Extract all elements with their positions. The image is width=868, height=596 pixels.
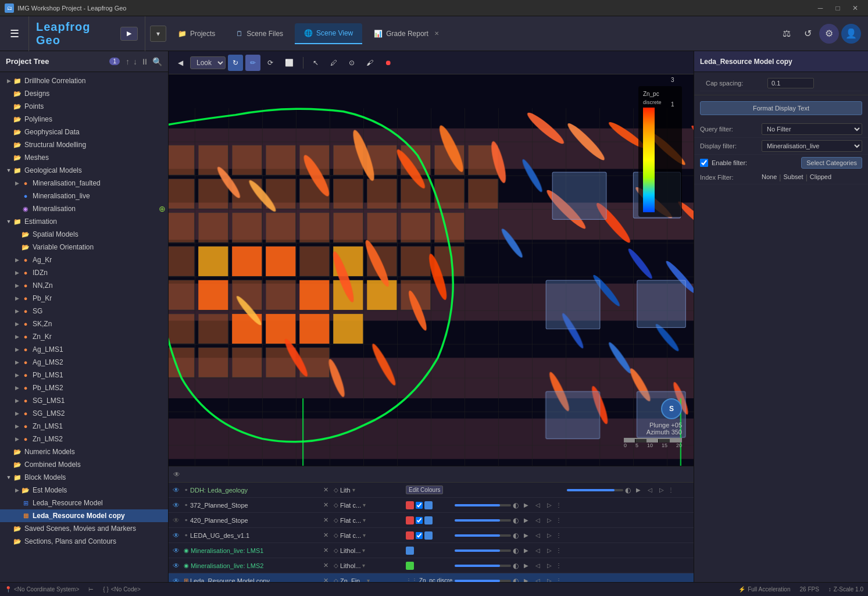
- tree-item-ag-lms2[interactable]: ▶ ● Ag_LMS2: [0, 356, 168, 369]
- prev-420[interactable]: ◁: [533, 515, 543, 526]
- prev-ddh[interactable]: ◁: [645, 485, 655, 495]
- tree-arrow-pb-lms1[interactable]: ▶: [13, 371, 21, 379]
- prev-372[interactable]: ◁: [533, 500, 543, 511]
- tab-grade-report[interactable]: 📊 Grade Report ✕: [365, 23, 448, 44]
- tree-arrow-geological[interactable]: ▼: [5, 166, 13, 174]
- tree-item-saved-scenes[interactable]: ▶ 📂 Saved Scenes, Movies and Markers: [0, 522, 168, 535]
- grade-report-close[interactable]: ✕: [434, 30, 439, 37]
- play-leda-copy[interactable]: ▶: [521, 576, 531, 583]
- scene-close-min-lms1[interactable]: ✕: [320, 547, 331, 554]
- box-tool-button[interactable]: ⬜: [280, 55, 298, 71]
- tree-item-spatial-models[interactable]: ▶ 📂 Spatial Models: [0, 228, 168, 241]
- tree-item-polylines[interactable]: ▶ 📂 Polylines: [0, 113, 168, 126]
- eye-leda-copy[interactable]: 👁: [171, 577, 181, 583]
- lasso-tool-button[interactable]: ⊙: [344, 55, 359, 71]
- tree-arrow-zn-lms1[interactable]: ▶: [13, 422, 21, 430]
- tree-item-numeric-models[interactable]: ▶ 📂 Numeric Models: [0, 445, 168, 458]
- tree-arrow-est-models[interactable]: ▶: [13, 486, 21, 494]
- color-checkbox-372[interactable]: [416, 502, 423, 509]
- tree-item-geophysical-data[interactable]: ▶ 📂 Geophysical Data: [0, 126, 168, 138]
- next-420[interactable]: ▷: [544, 515, 555, 526]
- more-ddh[interactable]: ⋮: [668, 487, 674, 493]
- tree-item-leda-resource-model[interactable]: ▶ ⊞ Leda_Resource Model: [0, 497, 168, 509]
- tree-arrow-ag-lms2[interactable]: ▶: [13, 358, 21, 366]
- type-arrow-min-lms2[interactable]: ▾: [362, 562, 365, 569]
- next-min-lms2[interactable]: ▷: [544, 561, 555, 571]
- select-tool-button[interactable]: ↖: [308, 55, 323, 71]
- viewport-back-button[interactable]: ◀: [173, 55, 188, 71]
- tree-item-sg-lms2[interactable]: ▶ ● SG_LMS2: [0, 407, 168, 420]
- eye-leda-ug[interactable]: 👁: [171, 531, 181, 540]
- tree-item-pb-kr[interactable]: ▶ ● Pb_Kr: [0, 292, 168, 305]
- eye-372[interactable]: 👁: [171, 501, 181, 509]
- record-tool-button[interactable]: ⏺: [380, 55, 397, 71]
- tree-arrow-drillhole[interactable]: ▶: [5, 77, 13, 85]
- tab-dropdown-button[interactable]: ▾: [150, 26, 166, 42]
- tree-item-pb-lms1[interactable]: ▶ ● Pb_LMS1: [0, 369, 168, 381]
- tree-item-mineralisation[interactable]: ▶ ◉ Mineralisation ⊕: [0, 202, 168, 215]
- play-button[interactable]: ▶: [120, 27, 138, 41]
- format-display-text-button[interactable]: Format Display Text: [700, 101, 862, 115]
- eye-min-lms2[interactable]: 👁: [171, 562, 181, 570]
- type-arrow-ddh[interactable]: ▾: [352, 487, 355, 493]
- eye-ddh[interactable]: 👁: [171, 486, 181, 494]
- tree-item-meshes[interactable]: ▶ 📂 Meshes: [0, 151, 168, 164]
- tree-item-skzn[interactable]: ▶ ● SK,Zn: [0, 317, 168, 330]
- play-min-lms1[interactable]: ▶: [521, 545, 531, 556]
- edit-colors-button-ddh[interactable]: Edit Colours: [406, 486, 443, 494]
- tree-arrow-min-faulted[interactable]: ▶: [13, 179, 21, 187]
- tree-item-estimation[interactable]: ▼ 📁 Estimation: [0, 215, 168, 228]
- cap-spacing-input[interactable]: [767, 78, 814, 88]
- user-button[interactable]: 👤: [841, 24, 861, 44]
- prev-min-lms2[interactable]: ◁: [533, 561, 543, 571]
- paint-tool-button[interactable]: 🖌: [362, 55, 378, 71]
- tree-item-ag-kr[interactable]: ▶ ● Ag_Kr: [0, 254, 168, 266]
- transform-tool-button[interactable]: ⟳: [263, 55, 278, 71]
- opacity-slider-leda-copy[interactable]: [455, 580, 511, 582]
- opacity-slider-ddh[interactable]: [567, 489, 623, 491]
- color-checkbox-leda-ug[interactable]: [416, 532, 423, 539]
- opacity-slider-372[interactable]: [455, 504, 511, 506]
- tree-item-zn-lms1[interactable]: ▶ ● Zn_LMS1: [0, 420, 168, 433]
- prev-min-lms1[interactable]: ◁: [533, 545, 543, 556]
- eye-420[interactable]: 👁: [171, 516, 181, 524]
- sidebar-up-button[interactable]: ↑: [126, 57, 130, 66]
- tree-arrow-sg-lms2[interactable]: ▶: [13, 409, 21, 417]
- maximize-button[interactable]: □: [830, 0, 846, 16]
- tree-item-sg[interactable]: ▶ ● SG: [0, 305, 168, 317]
- type-arrow-min-lms1[interactable]: ▾: [362, 547, 365, 554]
- tree-item-points[interactable]: ▶ 📂 Points: [0, 100, 168, 113]
- type-arrow-372[interactable]: ▾: [363, 502, 366, 508]
- tree-item-mineralisation-live[interactable]: ▶ ● Mineralisation_live: [0, 190, 168, 202]
- eye-min-lms1[interactable]: 👁: [171, 547, 181, 555]
- tree-item-ag-lms1[interactable]: ▶ ● Ag_LMS1: [0, 343, 168, 356]
- tree-item-variable-orientation[interactable]: ▶ 📂 Variable Orientation: [0, 241, 168, 254]
- tree-item-est-models[interactable]: ▶ 📂 Est Models: [0, 484, 168, 497]
- prev-leda-ug[interactable]: ◁: [533, 530, 543, 541]
- type-arrow-leda-copy[interactable]: ▾: [367, 577, 370, 582]
- hamburger-button[interactable]: ☰: [0, 16, 29, 51]
- scene-close-min-lms2[interactable]: ✕: [320, 562, 331, 569]
- tree-item-block-models[interactable]: ▼ 📁 Block Models: [0, 471, 168, 484]
- tree-item-sections-plans[interactable]: ▶ 📂 Sections, Plans and Contours: [0, 535, 168, 548]
- tree-item-zn-kr[interactable]: ▶ ● Zn_Kr: [0, 330, 168, 343]
- pencil-tool-button[interactable]: 🖊: [326, 55, 342, 71]
- opacity-slider-420[interactable]: [455, 519, 511, 522]
- next-ddh[interactable]: ▷: [656, 485, 667, 495]
- sidebar-search-button[interactable]: 🔍: [152, 57, 162, 66]
- more-min-lms2[interactable]: ⋮: [556, 562, 562, 569]
- display-filter-select[interactable]: Mineralisation_live: [762, 140, 862, 152]
- opacity-slider-leda-ug[interactable]: [455, 534, 511, 537]
- opacity-slider-min-lms1[interactable]: [455, 549, 511, 552]
- scene-3d[interactable]: Zn_pc discrete 15 10 5 3 1: [169, 74, 694, 466]
- sidebar-down-button[interactable]: ↓: [133, 57, 137, 66]
- next-min-lms1[interactable]: ▷: [544, 545, 555, 556]
- next-372[interactable]: ▷: [544, 500, 555, 511]
- type-arrow-leda-ug[interactable]: ▾: [363, 532, 366, 538]
- tree-item-structural-modelling[interactable]: ▶ 📂 Structural Modelling: [0, 138, 168, 151]
- orbit-tool-button[interactable]: ↻: [228, 55, 243, 71]
- tree-item-zn-lms2[interactable]: ▶ ● Zn_LMS2: [0, 433, 168, 445]
- tab-scene-files[interactable]: 🗒 Scene Files: [227, 23, 292, 44]
- minimize-button[interactable]: ─: [812, 0, 828, 16]
- tree-item-leda-resource-copy[interactable]: ▶ ⊞ Leda_Resource Model copy: [0, 509, 168, 522]
